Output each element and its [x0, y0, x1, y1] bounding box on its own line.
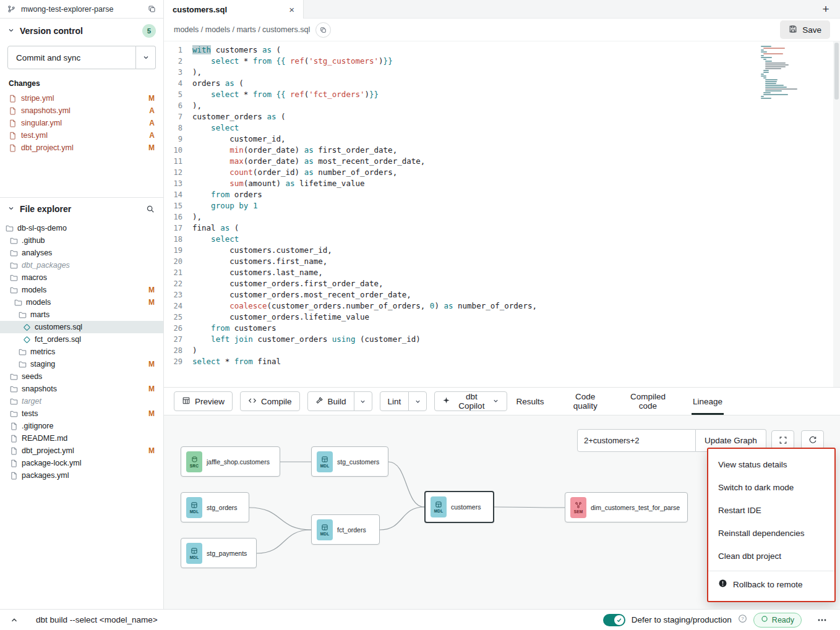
tree-item-analyses[interactable]: analyses — [0, 247, 163, 259]
lineage-node-dim_customers_test_for_parse[interactable]: SEMdim_customers_test_for_parse — [565, 492, 688, 522]
changed-file-row[interactable]: test.ymlA — [0, 129, 163, 142]
lineage-selector-input[interactable] — [577, 429, 696, 452]
tree-item-metrics[interactable]: metrics — [0, 346, 163, 358]
tree-item-db-sl-qs-demo[interactable]: db-sl-qs-demo — [0, 222, 163, 234]
tree-item-tests[interactable]: testsM — [0, 407, 163, 420]
ellipsis-menu-icon[interactable] — [813, 612, 831, 628]
code-line[interactable]: 10 min(order_date) as first_order_date, — [164, 145, 840, 156]
lineage-node-customers[interactable]: MDLcustomers — [424, 491, 494, 523]
menu-item-rollback-to-remote[interactable]: Rollback to remote — [708, 571, 834, 597]
changed-file-row[interactable]: stripe.ymlM — [0, 92, 163, 104]
menu-item-clean-dbt-project[interactable]: Clean dbt project — [708, 545, 834, 568]
copy-path-icon[interactable] — [315, 22, 331, 38]
lineage-panel[interactable]: SRCjaffle_shop.customersMDLstg_customers… — [164, 415, 840, 609]
code-line[interactable]: 23 customer_orders.most_recent_order_dat… — [164, 289, 840, 300]
file-explorer-header[interactable]: File explorer — [0, 198, 163, 220]
version-control-header[interactable]: Version control 5 — [0, 19, 163, 43]
preview-button[interactable]: Preview — [174, 391, 233, 411]
code-line[interactable]: 6), — [164, 100, 840, 111]
changed-file-row[interactable]: snapshots.ymlA — [0, 104, 163, 117]
tree-item-staging[interactable]: stagingM — [0, 358, 163, 370]
code-line[interactable]: 20 customers.first_name, — [164, 256, 840, 267]
tree-item-macros[interactable]: macros — [0, 271, 163, 284]
menu-item-switch-to-dark-mode[interactable]: Switch to dark mode — [708, 476, 834, 499]
new-tab-button[interactable]: + — [812, 0, 840, 18]
lineage-node-stg_orders[interactable]: MDLstg_orders — [181, 492, 249, 522]
code-line[interactable]: 26 from customers — [164, 323, 840, 334]
panel-tab-results[interactable]: Results — [515, 388, 545, 415]
code-line[interactable]: 16), — [164, 211, 840, 223]
tree-item-marts[interactable]: marts — [0, 309, 163, 321]
tree-item-packages.yml[interactable]: packages.yml — [0, 469, 163, 482]
editor-scrollbar[interactable] — [833, 41, 840, 387]
tree-item-.gitignore[interactable]: .gitignore — [0, 420, 163, 432]
code-line[interactable]: 19 customers.customer_id, — [164, 245, 840, 256]
code-line[interactable]: 18 select — [164, 234, 840, 245]
build-button[interactable]: Build — [307, 391, 354, 411]
code-line[interactable]: 13 sum(amount) as lifetime_value — [164, 178, 840, 189]
help-icon[interactable]: ? — [738, 614, 747, 626]
minimap[interactable] — [761, 46, 797, 100]
code-line[interactable]: 9 customer_id, — [164, 134, 840, 145]
menu-item-reinstall-dependencies[interactable]: Reinstall dependencies — [708, 522, 834, 545]
code-line[interactable]: 3), — [164, 67, 840, 78]
changed-file-row[interactable]: singular.ymlA — [0, 117, 163, 129]
tree-item-target[interactable]: target — [0, 395, 163, 407]
code-line[interactable]: 17final as ( — [164, 223, 840, 234]
lineage-node-stg_payments[interactable]: MDLstg_payments — [181, 538, 257, 568]
tree-item-seeds[interactable]: seeds — [0, 370, 163, 383]
code-line[interactable]: 8 select — [164, 122, 840, 134]
commit-options-dropdown[interactable] — [136, 46, 156, 69]
code-line[interactable]: 1with customers as ( — [164, 45, 840, 56]
compile-button[interactable]: Compile — [240, 391, 300, 411]
dbt-copilot-button[interactable]: dbt Copilot — [434, 391, 507, 411]
code-line[interactable]: 25 customer_orders.lifetime_value — [164, 312, 840, 323]
tree-item-README.md[interactable]: README.md — [0, 432, 163, 445]
build-dropdown[interactable] — [354, 391, 372, 411]
lint-dropdown[interactable] — [408, 391, 427, 411]
code-line[interactable]: 12 count(order_id) as number_of_orders, — [164, 167, 840, 178]
code-line[interactable]: 11 max(order_date) as most_recent_order_… — [164, 156, 840, 167]
save-button[interactable]: Save — [780, 20, 830, 39]
tree-item-customers.sql[interactable]: customers.sql — [0, 321, 163, 333]
scrollbar-thumb[interactable] — [834, 43, 839, 100]
tree-item-snapshots[interactable]: snapshotsM — [0, 383, 163, 395]
code-line[interactable]: 22 customer_orders.first_order_date, — [164, 278, 840, 289]
code-line[interactable]: 14 from orders — [164, 189, 840, 200]
code-line[interactable]: 15 group by 1 — [164, 200, 840, 211]
code-line[interactable]: 27 left join customer_orders using (cust… — [164, 334, 840, 345]
lineage-node-fct_orders[interactable]: MDLfct_orders — [311, 514, 380, 545]
tree-item-dbt_project.yml[interactable]: dbt_project.ymlM — [0, 445, 163, 457]
copy-branch-icon[interactable] — [147, 4, 157, 14]
tree-item-.github[interactable]: .github — [0, 234, 163, 247]
status-badge[interactable]: Ready — [753, 613, 802, 628]
lint-button[interactable]: Lint — [380, 391, 409, 411]
menu-item-view-status-details[interactable]: View status details — [708, 453, 834, 476]
code-editor[interactable]: 1with customers as (2 select * from {{ r… — [164, 41, 840, 387]
code-line[interactable]: 29select * from final — [164, 356, 840, 367]
panel-tab-code-quality[interactable]: Code quality — [566, 388, 604, 415]
panel-tab-lineage[interactable]: Lineage — [692, 388, 724, 415]
lineage-node-stg_customers[interactable]: MDLstg_customers — [311, 446, 388, 477]
code-line[interactable]: 5 select * from {{ ref('fct_orders')}} — [164, 89, 840, 100]
search-icon[interactable] — [145, 203, 156, 215]
close-tab-icon[interactable]: × — [286, 4, 297, 15]
changed-file-row[interactable]: dbt_project.ymlM — [0, 142, 163, 154]
code-line[interactable]: 4orders as ( — [164, 78, 840, 89]
chevron-up-icon[interactable] — [9, 615, 20, 626]
tree-item-package-lock.yml[interactable]: package-lock.yml — [0, 457, 163, 469]
cli-command-text[interactable]: dbt build --select <model_name> — [36, 615, 158, 624]
tab-customers-sql[interactable]: customers.sql × — [164, 0, 304, 19]
code-line[interactable]: 21 customers.last_name, — [164, 267, 840, 278]
tree-item-models[interactable]: modelsM — [0, 284, 163, 296]
tree-item-dbt_packages[interactable]: dbt_packages — [0, 259, 163, 271]
fullscreen-icon[interactable] — [771, 430, 794, 449]
code-line[interactable]: 2 select * from {{ ref('stg_customers')}… — [164, 56, 840, 67]
commit-and-sync-button[interactable]: Commit and sync — [7, 46, 136, 69]
defer-toggle[interactable] — [603, 614, 625, 626]
lineage-node-jaffle_shop.customers[interactable]: SRCjaffle_shop.customers — [181, 446, 280, 477]
refresh-icon[interactable] — [801, 430, 824, 449]
code-line[interactable]: 24 coalesce(customer_orders.number_of_or… — [164, 300, 840, 312]
menu-item-restart-ide[interactable]: Restart IDE — [708, 499, 834, 522]
tree-item-models[interactable]: modelsM — [0, 296, 163, 309]
